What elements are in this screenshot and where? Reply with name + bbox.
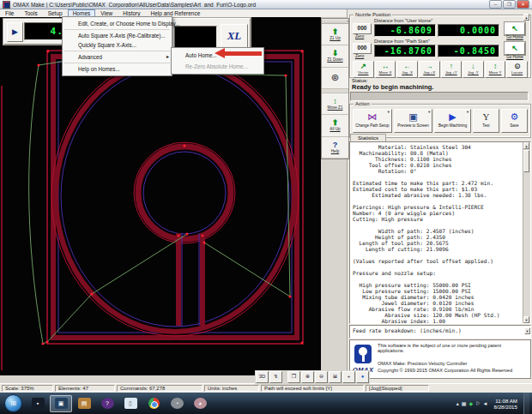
jog-button-row: ↗Vector ↔Move X ←Jog -X →Jog +X ↑Jog +Y … xyxy=(353,61,528,78)
move-z1-button[interactable]: ↕ Move Z1 xyxy=(322,93,348,115)
user-home-y-display: 0.0000 xyxy=(438,24,499,37)
tray-flag-icon[interactable]: ⚐ xyxy=(475,400,480,406)
window-title: OMAX Make | C:\Users\Public\OMAX_Corpora… xyxy=(13,2,488,8)
menu-separator xyxy=(64,29,170,30)
speed-play-button[interactable]: ▶ xyxy=(7,22,23,42)
show-desktop-button[interactable] xyxy=(523,393,529,414)
zoom-in-button[interactable]: ⊕ xyxy=(301,371,314,383)
menu-separator xyxy=(64,63,170,63)
move-y-button[interactable]: ↕Move Y xyxy=(485,61,506,78)
vector-arrow-icon: ↗ xyxy=(354,62,373,70)
scroll-up-icon[interactable]: ▲ xyxy=(523,142,529,149)
down-arrow-icon: ↓ xyxy=(463,62,483,70)
menu-item-advanced[interactable]: Advanced ▸ xyxy=(63,52,172,62)
taskbar-app-7[interactable]: ◔ xyxy=(166,395,188,412)
scroll-down-icon[interactable]: ▼ xyxy=(523,316,529,323)
path-start-x-display: -16.8760 xyxy=(374,45,436,57)
nozzle-test-icon: Y xyxy=(474,110,499,123)
go-home-icon: ↖ xyxy=(505,22,525,35)
zoom-extents-button[interactable]: ⊞ xyxy=(329,371,342,383)
taskbar-app-help[interactable]: ? xyxy=(96,395,118,412)
save-button[interactable]: ⚙ Save xyxy=(501,109,528,133)
view-toolbar: 3D ↯ ❒ ⊕ ⊖ ⊞ + ● xyxy=(255,370,370,385)
tray-security-icon[interactable]: ◆ xyxy=(469,400,474,406)
menu-separator xyxy=(64,51,170,51)
lightning-icon[interactable]: ↯ xyxy=(269,371,282,383)
menu-item-help-on-homes[interactable]: Help on Homes... xyxy=(63,64,172,74)
submenu-arrow-icon: ▸ xyxy=(166,52,169,62)
3d-view-button[interactable]: 3D xyxy=(256,371,269,383)
up-arrow-icon: ↑ xyxy=(442,62,462,70)
caret-down-icon[interactable]: ▼ xyxy=(387,110,390,114)
feed-rate-panel: Feed rate breakdown: (inches/min.) ▼ xyxy=(349,325,531,339)
taskbar-app-chrome[interactable] xyxy=(142,395,165,412)
bowtie-icon: ⋈ xyxy=(354,110,391,123)
bullseye-button[interactable]: ◎ xyxy=(322,68,348,89)
menu-item-edit-create-choose-home[interactable]: Edit, Create, or Choose Home to Display.… xyxy=(63,19,172,28)
bullseye-icon: ◎ xyxy=(322,74,348,81)
pan-button[interactable]: + xyxy=(342,371,355,383)
taskbar-app-notepad[interactable]: ▯ xyxy=(119,395,142,412)
go-user-home-button[interactable]: ↖ Go Home xyxy=(503,22,527,39)
right-arrow-icon: → xyxy=(420,62,439,70)
locate-icon: ⊙ xyxy=(507,62,527,70)
scroll-down-icon[interactable]: ▼ xyxy=(524,327,530,334)
menu-item-quickly-square[interactable]: Quickly Square X-Axis... xyxy=(63,40,172,50)
taskbar-app-8[interactable]: ◕ xyxy=(189,395,211,412)
tray-volume-icon[interactable]: ◄ xyxy=(483,401,488,406)
monitor-icon: ▣ xyxy=(395,110,432,123)
minimize-button[interactable]: – xyxy=(489,0,502,9)
nozzle-position-title: Nozzle Position xyxy=(354,12,392,17)
taskbar-clock[interactable]: 11:08 AM 8/28/2015 xyxy=(490,398,521,410)
help-button[interactable]: ? Help xyxy=(322,137,348,159)
test-button[interactable]: Y Test xyxy=(473,109,499,133)
go-home-flag-icon: ↖ xyxy=(505,42,525,55)
jog-plus-x-button[interactable]: →Jog +X xyxy=(419,61,440,78)
progress-bar xyxy=(350,92,529,101)
scroll-up-icon[interactable]: ▲ xyxy=(523,14,529,21)
change-path-setup-button[interactable]: ▼ ⋈ Change Path Setup xyxy=(353,109,392,133)
globe-icon[interactable]: ● xyxy=(356,371,369,383)
start-button[interactable]: ⊞ xyxy=(4,394,22,412)
action-group: Action ▼ ⋈ Change Path Setup ▼ ▣ Preview… xyxy=(349,104,531,138)
jog-minus-x-button[interactable]: ←Jog -X xyxy=(396,61,418,78)
clock-date: 8/28/2015 xyxy=(493,404,517,410)
taskbar-app-omax-make[interactable]: ▣ xyxy=(50,395,72,412)
taskbar-app-3[interactable]: ▤ xyxy=(73,395,95,412)
jog-plus-y-button[interactable]: ↑Jog +Y xyxy=(441,61,462,78)
elements-indicator: Elements: 47 xyxy=(55,385,115,392)
caret-down-icon[interactable]: ▼ xyxy=(427,110,431,114)
vector-button[interactable]: ↗Vector xyxy=(353,61,374,78)
scrollbar-thumb[interactable] xyxy=(523,150,529,172)
tray-network-icon[interactable]: ▦ xyxy=(462,400,467,406)
begin-machining-button[interactable]: ▼ ▶ Begin Machining xyxy=(434,109,471,133)
close-button[interactable]: ✕ xyxy=(517,0,529,9)
taskbar-app-1[interactable]: ▪ xyxy=(27,395,49,412)
jog-minus-y-button[interactable]: ↓Jog -Y xyxy=(462,61,484,78)
tray-expand-icon[interactable]: ▴ xyxy=(456,400,459,406)
system-tray: ▴ ▦ ◆ ⚐ ◄ 11:08 AM 8/28/2015 xyxy=(456,393,532,414)
omax-logo-icon xyxy=(354,345,372,363)
menu-tools[interactable]: Tools xyxy=(19,9,42,17)
zoom-window-button[interactable]: ❒ xyxy=(287,371,300,383)
menu-item-auto-square[interactable]: Auto Square X-Axis (Re-Calibrate)... xyxy=(63,31,172,40)
all-up-button[interactable]: ⬆ All Up xyxy=(322,115,348,136)
statistics-scrollbar[interactable]: ▲ ▼ xyxy=(523,142,530,323)
square-xl-icon: XL xyxy=(221,25,247,47)
move-x-button[interactable]: ↔Move X xyxy=(375,61,396,78)
left-arrow-icon: ← xyxy=(397,62,417,70)
up-down-arrow-icon: ↕ xyxy=(486,62,505,70)
z1-up-button[interactable]: ⬆ Z1 Up xyxy=(322,24,348,45)
go-path-start-button[interactable]: ↖ Go Home xyxy=(503,42,527,59)
soft-limits-warning: Path will exceed soft limits [Y] xyxy=(261,385,364,392)
maximize-button[interactable]: ❐ xyxy=(503,0,516,9)
nozzle-position-group: Nozzle Position ▲ 000 Zero Distance from… xyxy=(349,15,531,78)
preview-to-screen-button[interactable]: ▼ ▣ Preview to Screen xyxy=(394,109,433,133)
caret-down-icon[interactable]: ▼ xyxy=(466,110,469,114)
z1-down-button[interactable]: ⬇ Z1 Down xyxy=(322,45,348,67)
menu-file[interactable]: File xyxy=(0,9,19,17)
zoom-out-button[interactable]: ⊖ xyxy=(315,371,328,383)
down-arrow-icon: ⬇ xyxy=(322,50,348,57)
locate-button[interactable]: ⊙Locate xyxy=(506,61,528,78)
omax-make-window: OMAX Make | C:\Users\Public\OMAX_Corpora… xyxy=(0,0,532,414)
